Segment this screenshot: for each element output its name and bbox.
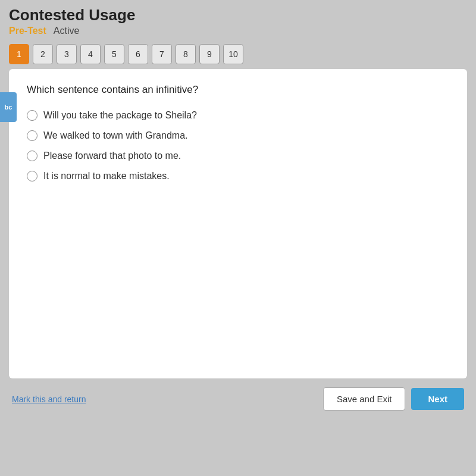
question-text: Which sentence contains an infinitive?: [27, 84, 449, 96]
option-text-b: We walked to town with Grandma.: [43, 130, 187, 141]
footer-bar: Mark this and return Save and Exit Next: [9, 387, 467, 411]
radio-b[interactable]: [27, 130, 37, 141]
nav-btn-8[interactable]: 8: [176, 44, 196, 64]
footer-buttons: Save and Exit Next: [323, 387, 464, 411]
main-content: Which sentence contains an infinitive? W…: [9, 69, 467, 378]
radio-c[interactable]: [27, 151, 37, 161]
nav-btn-5[interactable]: 5: [104, 44, 124, 64]
nav-btn-6[interactable]: 6: [128, 44, 148, 64]
option-text-d: It is normal to make mistakes.: [43, 171, 170, 181]
nav-btn-3[interactable]: 3: [57, 44, 77, 64]
side-tab[interactable]: bc: [0, 92, 17, 122]
next-button[interactable]: Next: [411, 388, 464, 410]
active-label: Active: [54, 26, 80, 36]
nav-btn-7[interactable]: 7: [152, 44, 172, 64]
subtitle-row: Pre-Test Active: [9, 26, 467, 36]
answer-options: Will you take the package to Sheila? We …: [27, 110, 449, 181]
nav-btn-10[interactable]: 10: [223, 44, 243, 64]
option-text-a: Will you take the package to Sheila?: [43, 110, 197, 121]
nav-btn-1[interactable]: 1: [9, 44, 29, 64]
nav-btn-4[interactable]: 4: [80, 44, 101, 64]
page-title: Contested Usage: [9, 6, 467, 24]
answer-option-c[interactable]: Please forward that photo to me.: [27, 151, 449, 161]
question-navigation: 1 2 3 4 5 6 7 8 9 10: [0, 39, 476, 69]
nav-btn-2[interactable]: 2: [33, 44, 53, 64]
header: Contested Usage Pre-Test Active: [0, 0, 476, 39]
save-exit-button[interactable]: Save and Exit: [323, 387, 406, 411]
answer-option-a[interactable]: Will you take the package to Sheila?: [27, 110, 449, 121]
answer-option-b[interactable]: We walked to town with Grandma.: [27, 130, 449, 141]
option-text-c: Please forward that photo to me.: [43, 151, 181, 161]
radio-a[interactable]: [27, 110, 37, 121]
pre-test-label: Pre-Test: [9, 26, 46, 36]
nav-btn-9[interactable]: 9: [199, 44, 220, 64]
mark-return-link[interactable]: Mark this and return: [12, 394, 86, 404]
answer-option-d[interactable]: It is normal to make mistakes.: [27, 171, 449, 181]
radio-d[interactable]: [27, 171, 37, 181]
